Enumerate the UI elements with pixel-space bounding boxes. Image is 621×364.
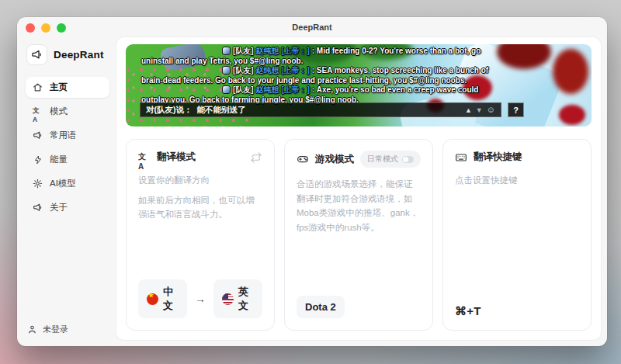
card-description: 点击设置快捷键 bbox=[455, 173, 579, 188]
player-avatar-icon bbox=[222, 85, 231, 94]
sidebar-item-home[interactable]: 主页 bbox=[26, 77, 109, 98]
desktop-background: DeepRant DeepRant 主页 bbox=[0, 0, 621, 364]
card-game-mode: 游戏模式 日常模式 合适的游戏场景选择，能保证翻译时更加符合游戏语境，如Moba… bbox=[284, 139, 433, 331]
card-description: 设置你的翻译方向 bbox=[138, 173, 262, 188]
sidebar-item-label: 主页 bbox=[50, 81, 68, 93]
minimize-button[interactable] bbox=[41, 23, 50, 33]
source-language-button[interactable]: 中文 bbox=[138, 279, 187, 318]
card-title: 游戏模式 bbox=[315, 153, 354, 166]
card-header: 游戏模式 日常模式 bbox=[297, 151, 421, 168]
chat-input-prefix: 对(队友)说： bbox=[146, 105, 193, 114]
scroll-down-icon: ▼ bbox=[476, 106, 483, 114]
card-header: 翻译快捷键 bbox=[455, 151, 579, 164]
sidebar: DeepRant 主页 文A 模式 bbox=[17, 37, 116, 346]
game-chat-log: [队友] 赵纯想 [上帝：] : Mid feeding 0-2? You're… bbox=[141, 47, 492, 105]
app-name: DeepRant bbox=[54, 49, 104, 61]
megaphone-icon bbox=[33, 203, 43, 213]
chat-message: [队友] 赵纯想 [上帝：] : SEA monkeys, stop scree… bbox=[141, 66, 492, 85]
sidebar-item-energy[interactable]: 能量 bbox=[26, 149, 109, 170]
chat-message: [队友] 赵纯想 [上帝：] : Mid feeding 0-2? You're… bbox=[141, 47, 492, 66]
emote-icon: ☺ bbox=[487, 106, 495, 114]
card-title: 翻译快捷键 bbox=[474, 151, 522, 164]
daily-mode-toggle[interactable]: 日常模式 bbox=[360, 151, 421, 168]
target-language-button[interactable]: 英文 bbox=[213, 279, 262, 318]
keyboard-icon bbox=[455, 151, 467, 164]
badge-label: 日常模式 bbox=[367, 154, 398, 165]
player-avatar-icon bbox=[222, 66, 231, 75]
scroll-up-icon: ▲ bbox=[465, 106, 472, 114]
swap-directions-icon[interactable] bbox=[250, 151, 262, 164]
game-screenshot-banner: [队友] 赵纯想 [上帝：] : Mid feeding 0-2? You're… bbox=[126, 44, 592, 127]
app-window: DeepRant DeepRant 主页 bbox=[17, 17, 607, 346]
selected-game-button[interactable]: Dota 2 bbox=[297, 296, 345, 318]
sidebar-item-label: AI模型 bbox=[50, 178, 76, 189]
home-icon bbox=[33, 82, 43, 92]
main-panel: [队友] 赵纯想 [上帝：] : Mid feeding 0-2? You're… bbox=[116, 37, 601, 340]
chat-input-value: 能不能别送了 bbox=[197, 105, 246, 114]
traffic-lights bbox=[26, 23, 66, 33]
feature-cards: 文A 翻译模式 设置你的翻译方向 如果前后方向相同，也可以增强语气和语言战斗力。 bbox=[126, 139, 592, 331]
app-logo: DeepRant bbox=[26, 43, 109, 77]
translate-icon: 文A bbox=[33, 106, 43, 116]
gear-icon bbox=[33, 179, 43, 189]
game-chat-input: 对(队友)说：能不能别送了 ▲ ▼ ☺ bbox=[140, 102, 501, 117]
us-flag-icon bbox=[222, 293, 234, 305]
close-button[interactable] bbox=[26, 23, 35, 33]
card-translate-mode: 文A 翻译模式 设置你的翻译方向 如果前后方向相同，也可以增强语气和语言战斗力。 bbox=[126, 139, 275, 331]
language-direction: 中文 → 英文 bbox=[138, 279, 262, 318]
sidebar-item-label: 能量 bbox=[50, 154, 68, 165]
window-title: DeepRant bbox=[17, 17, 607, 38]
card-title: 翻译模式 bbox=[157, 151, 196, 164]
sidebar-item-label: 模式 bbox=[50, 106, 68, 117]
red-tree-graphic bbox=[553, 49, 588, 94]
titlebar: DeepRant bbox=[17, 17, 607, 37]
person-icon bbox=[27, 324, 37, 335]
direction-arrow-icon: → bbox=[195, 293, 206, 305]
login-status[interactable]: 未登录 bbox=[26, 324, 109, 335]
card-description: 合适的游戏场景选择，能保证翻译时更加符合游戏语境，如Moba类游戏中的推塔、ga… bbox=[297, 177, 421, 235]
sidebar-item-label: 常用语 bbox=[50, 130, 77, 141]
card-shortcut[interactable]: 翻译快捷键 点击设置快捷键 ⌘+T bbox=[442, 139, 592, 331]
sidebar-nav: 主页 文A 模式 常用语 bbox=[26, 77, 109, 218]
card-description: 如果前后方向相同，也可以增强语气和语言战斗力。 bbox=[138, 193, 262, 222]
megaphone-icon bbox=[33, 130, 43, 140]
sidebar-item-phrases[interactable]: 常用语 bbox=[26, 125, 109, 146]
toggle-switch-icon bbox=[402, 156, 414, 163]
shortcut-value: ⌘+T bbox=[455, 304, 481, 318]
zoom-button[interactable] bbox=[57, 23, 66, 33]
china-flag-icon bbox=[147, 293, 158, 305]
red-tree-graphic bbox=[497, 44, 551, 69]
sidebar-item-about[interactable]: 关于 bbox=[26, 197, 109, 218]
help-button: ? bbox=[508, 102, 524, 117]
card-header: 文A 翻译模式 bbox=[138, 151, 262, 164]
player-avatar-icon bbox=[222, 47, 231, 55]
megaphone-logo-icon bbox=[26, 44, 47, 65]
login-status-label: 未登录 bbox=[43, 324, 68, 335]
sidebar-item-ai-models[interactable]: AI模型 bbox=[26, 173, 109, 194]
sidebar-item-label: 关于 bbox=[50, 202, 68, 213]
sidebar-item-modes[interactable]: 文A 模式 bbox=[26, 101, 109, 122]
lightning-icon bbox=[33, 154, 43, 165]
translate-icon: 文A bbox=[138, 151, 151, 164]
gamepad-icon bbox=[297, 153, 309, 165]
